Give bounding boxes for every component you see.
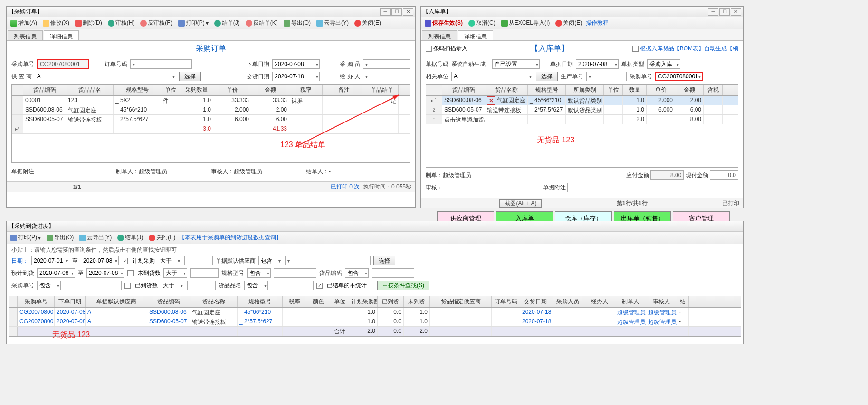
tab-list[interactable]: 列表信息 xyxy=(422,30,457,40)
handler-select[interactable] xyxy=(363,72,410,81)
delete-button[interactable]: 删除(D) xyxy=(73,18,104,28)
select-unit-button[interactable]: 选择 xyxy=(536,72,558,81)
import-button[interactable]: 从EXCEL导入(I) xyxy=(499,18,552,28)
search-button[interactable]: ←按条件查找(S) xyxy=(377,281,429,290)
rel-unit-select[interactable]: A xyxy=(451,72,533,81)
po-grid: 货品编码 货品品名 规格型号 单位 采购数量 单价 金额 税率 备注 单品结单 … xyxy=(11,84,410,163)
titlebar: 【采购订单】 ─ ☐ ✕ xyxy=(7,7,415,17)
add-icon xyxy=(10,20,17,27)
table-row[interactable]: 00001123_ 5X2件1.033.33333.33裸屏是 xyxy=(12,96,410,105)
purchase-order-window: 【采购订单】 ─ ☐ ✕ 增加(A) 修改(X) 删除(D) 审核(H) 反审核… xyxy=(6,6,416,208)
help-link[interactable]: 操作教程 xyxy=(586,19,609,27)
cancel-icon xyxy=(468,20,475,27)
order-date-input[interactable]: 2020-07-08 xyxy=(272,59,320,69)
doc-title: 采购订单 xyxy=(7,41,415,57)
close-toolbar-button[interactable]: 关闭(E) xyxy=(553,18,584,28)
screenshot-button[interactable]: 截图(Alt + A) xyxy=(499,199,542,208)
supplier-label: 供 应 商 xyxy=(11,73,32,81)
totals-row: ▸* 3.0 41.33 xyxy=(12,124,410,134)
scan-checkbox[interactable] xyxy=(426,46,432,52)
export-icon xyxy=(47,235,53,241)
close-toolbar-button[interactable]: 关闭(E) xyxy=(147,233,177,243)
tabs: 列表信息 详细信息 xyxy=(7,29,415,41)
supplier-select[interactable]: A xyxy=(35,72,176,81)
add-button[interactable]: 增加(A) xyxy=(9,18,39,28)
table-row[interactable]: CG20070800012020-07-08ASSD600-05-07输送带连接… xyxy=(9,317,741,327)
unsettle-button[interactable]: 反结单(K) xyxy=(244,18,280,28)
table-row[interactable]: *点击这里添加货品2.08.00 xyxy=(426,115,738,124)
table-row[interactable]: ▸ 1SSD600.08-06✕气缸固定座_ 45*66*210默认货品类别1.… xyxy=(426,96,738,105)
toolbar: 保存生效(S) 取消(C) 从EXCEL导入(I) 关闭(E) 操作教程 xyxy=(421,17,743,29)
print-icon xyxy=(178,20,185,27)
tab-detail[interactable]: 详细信息 xyxy=(44,30,79,40)
tip-label: 小贴士：请输入您需要的查询条件，然后点击右侧的查找按钮即可 xyxy=(7,244,743,256)
buyer-select[interactable] xyxy=(363,59,410,69)
toolbar: 增加(A) 修改(X) 删除(D) 审核(H) 反审核(F) 打印(P) ▾ 结… xyxy=(7,17,415,29)
audit-button[interactable]: 审核(H) xyxy=(106,18,137,28)
arrival-progress-window: 【采购到货进度】 打印(P) ▾ 导出(O) 云导出(Y) 结单(J) 关闭(E… xyxy=(6,221,744,344)
table-row[interactable]: SSD600.08-06气缸固定座_ 45*66*2101.02.0002.00 xyxy=(12,105,410,115)
note-label: 【本表用于采购单的到货进度数据查询】 xyxy=(179,234,282,242)
progress-grid: 采购单号 下单日期 单据默认供应商 货品编码 货品名称 规格型号 税率 颜色 单… xyxy=(9,296,741,337)
toolbar: 打印(P) ▾ 导出(O) 云导出(Y) 结单(J) 关闭(E) 【本表用于采购… xyxy=(7,232,743,244)
settle-button[interactable]: 结单(J) xyxy=(115,233,145,243)
autogen-checkbox[interactable] xyxy=(632,46,639,52)
sum-row: 合计 2.0 0.0 2.0 xyxy=(9,327,741,336)
tabs: 列表信息 详细信息 xyxy=(421,29,743,41)
deliver-date-input[interactable]: 2020-07-18 xyxy=(272,72,320,81)
export-button[interactable]: 导出(O) xyxy=(282,18,313,28)
prod-no-select[interactable] xyxy=(586,72,627,81)
table-row[interactable]: CG20070800012020-07-08ASSD600.08-06气缸固定座… xyxy=(9,308,741,317)
order-code-select[interactable] xyxy=(130,59,192,69)
save-button[interactable]: 保存生效(S) xyxy=(423,18,465,28)
import-icon xyxy=(501,20,508,27)
window-title: 【采购订单】 xyxy=(9,8,43,16)
close-button[interactable]: ✕ xyxy=(731,8,741,16)
auditor-label: 审核人：超级管理员 xyxy=(211,168,262,176)
tab-list[interactable]: 列表信息 xyxy=(8,30,43,40)
cloud-icon xyxy=(316,20,323,27)
remark-label: 单据附注 xyxy=(11,168,34,176)
check-icon xyxy=(108,20,114,27)
bill-type-select[interactable]: 采购入库 xyxy=(647,59,680,69)
settle-button[interactable]: 结单(J) xyxy=(212,18,242,28)
table-row[interactable]: SSD600-05-07输送带连接板_ 2*57.5*6271.06.0006.… xyxy=(12,115,410,124)
inbound-grid: 货品编码 货品名称 规格型号 所属类别 单位 数量 单价 金额 含税 ▸ 1SS… xyxy=(426,84,738,168)
minimize-button[interactable]: ─ xyxy=(380,8,391,16)
edit-button[interactable]: 修改(X) xyxy=(41,18,71,28)
handler-label: 经 办 人 xyxy=(340,73,360,81)
po-no-label: 采购单号 xyxy=(11,60,34,68)
titlebar: 【入库单】 ─ ☐ ✕ xyxy=(421,7,743,17)
close-button[interactable]: ✕ xyxy=(403,8,413,16)
minimize-button[interactable]: ─ xyxy=(708,8,718,16)
cloud-export-button[interactable]: 云导出(Y) xyxy=(315,18,351,28)
cloud-export-button[interactable]: 云导出(Y) xyxy=(77,233,114,243)
maker-label: 制单人：超级管理员 xyxy=(116,168,167,176)
close-icon xyxy=(555,20,562,27)
select-supplier-button[interactable]: 选择 xyxy=(179,72,201,81)
unsettle-icon xyxy=(246,20,252,27)
maximize-button[interactable]: ☐ xyxy=(719,8,730,16)
po-no-input xyxy=(37,59,89,69)
remark-input[interactable] xyxy=(567,183,738,192)
tab-detail[interactable]: 详细信息 xyxy=(458,30,493,40)
unaudit-button[interactable]: 反审核(F) xyxy=(138,18,174,28)
print-button[interactable]: 打印(P) ▾ xyxy=(176,18,210,28)
close-toolbar-button[interactable]: 关闭(E) xyxy=(353,18,383,28)
delete-row-icon[interactable]: ✕ xyxy=(487,96,495,105)
cloud-icon xyxy=(79,235,86,241)
export-button[interactable]: 导出(O) xyxy=(45,233,76,243)
bill-date-input[interactable]: 2020-07-08 xyxy=(576,59,619,69)
order-date-label: 下单日期 xyxy=(247,60,269,68)
maximize-button[interactable]: ☐ xyxy=(391,8,402,16)
table-row[interactable]: 2SSD600-05-07输送带连接板_ 2*57.5*627默认货品类别1.0… xyxy=(426,105,738,115)
plan-checkbox[interactable] xyxy=(122,258,128,264)
save-icon xyxy=(425,20,431,27)
order-code-label: 订单号码 xyxy=(105,60,127,68)
po-no-select[interactable]: CG2007080001 xyxy=(655,72,703,81)
cancel-button[interactable]: 取消(C) xyxy=(467,18,497,28)
settle-icon xyxy=(214,20,221,27)
titlebar: 【采购到货进度】 xyxy=(7,221,743,232)
self-set-select[interactable]: 自己设置 xyxy=(492,59,540,69)
print-button[interactable]: 打印(P) ▾ xyxy=(9,233,43,243)
